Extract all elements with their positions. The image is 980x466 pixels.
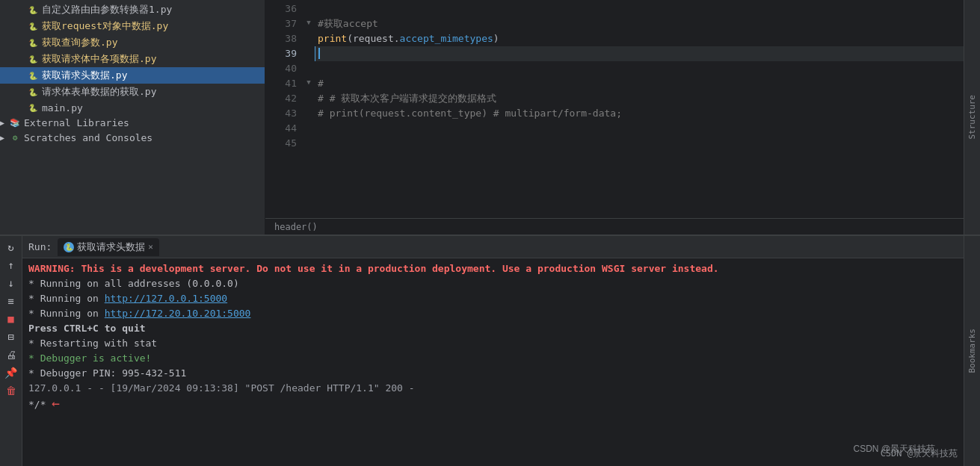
code-line-37: #获取accept	[315, 16, 964, 31]
sidebar-item-scratches[interactable]: ▶ ⚙ Scratches and Consoles	[0, 130, 265, 145]
output-line-3: * Running on http://127.0.0.1:5000	[28, 291, 958, 306]
py-file-icon: 🐍	[27, 86, 39, 98]
line-numbers: 36 37 38 39 40 41 42 43 44 45	[265, 0, 303, 218]
code-line-43: # print(request.content_type) # multipar…	[315, 106, 964, 121]
py-file-icon-active: 🐍	[27, 69, 39, 81]
pin-button[interactable]: 📌	[3, 364, 19, 381]
stop-button[interactable]: ■	[3, 311, 19, 327]
code-line-42: # # 获取本次客户端请求提交的数据格式	[315, 91, 964, 106]
py-file-icon: 🐍	[27, 20, 39, 32]
top-area: 🐍 自定义路由由参数转换器1.py 🐍 获取request对象中数据.py 🐍 …	[0, 0, 980, 234]
output-line-9: 127.0.0.1 - - [19/Mar/2024 09:13:38] "PO…	[28, 381, 958, 396]
code-line-44	[315, 121, 964, 136]
sidebar-item-label: main.py	[42, 102, 83, 114]
watermark-text: CSDN @景天科技苑	[853, 444, 935, 454]
sidebar-item-file1[interactable]: 🐍 自定义路由由参数转换器1.py	[0, 1, 265, 18]
right-side-tabs: Structure	[964, 0, 980, 234]
console-output: WARNING: This is a development server. D…	[22, 258, 964, 466]
run-tab-icon: 🐍	[64, 242, 74, 252]
output-line-8: * Debugger PIN: 995-432-511	[28, 366, 958, 381]
run-main: Run: 🐍 获取请求头数据 ✕ WARNING: This is a deve…	[22, 236, 964, 466]
run-label: Run:	[28, 241, 52, 252]
code-line-40	[315, 61, 964, 76]
scroll-down-button[interactable]: ↓	[3, 275, 19, 291]
sidebar-item-file2[interactable]: 🐍 获取request对象中数据.py	[0, 18, 265, 34]
structure-tab[interactable]: Structure	[965, 89, 979, 146]
sidebar-item-main[interactable]: 🐍 main.py	[0, 100, 265, 115]
wrap-button[interactable]: ≡	[3, 293, 19, 309]
sidebar-item-label: 获取请求体中各项数据.py	[42, 52, 156, 66]
code-line-36	[315, 1, 964, 16]
sidebar-item-file6[interactable]: 🐍 请求体表单数据的获取.py	[0, 84, 265, 100]
py-file-icon: 🐍	[27, 102, 39, 114]
scroll-up-button[interactable]: ↑	[3, 257, 19, 273]
sidebar-item-label: External Libraries	[24, 117, 129, 128]
sidebar-item-file4[interactable]: 🐍 获取请求体中各项数据.py	[0, 51, 265, 67]
sidebar-item-label: 请求体表单数据的获取.py	[42, 85, 156, 99]
sidebar: 🐍 自定义路由由参数转换器1.py 🐍 获取request对象中数据.py 🐍 …	[0, 0, 265, 234]
breadcrumb: header()	[274, 222, 318, 232]
chevron-right-icon: ▶	[0, 119, 9, 127]
close-tab-button[interactable]: ✕	[148, 242, 153, 252]
code-line-45	[315, 136, 964, 151]
editor-area: 36 37 38 39 40 41 42 43 44 45 ▼ ▼	[265, 0, 964, 234]
output-line-4: * Running on http://172.20.10.201:5000	[28, 306, 958, 321]
rerun-button[interactable]: ↻	[3, 239, 19, 255]
output-line-7: * Debugger is active!	[28, 351, 958, 366]
code-lines[interactable]: #获取accept print(request.accept_mimetypes…	[315, 0, 964, 218]
run-toolbar: ↻ ↑ ↓ ≡ ■ ⊟ 🖨 📌 🗑	[0, 236, 22, 466]
print-button[interactable]: 🖨	[3, 347, 19, 363]
format-button[interactable]: ⊟	[3, 329, 19, 345]
sidebar-item-file3[interactable]: 🐍 获取查询参数.py	[0, 34, 265, 51]
right-panel-tabs: Bookmarks CSDN @景天科技苑	[964, 236, 980, 466]
py-file-icon: 🐍	[27, 4, 39, 16]
run-panel: ↻ ↑ ↓ ≡ ■ ⊟ 🖨 📌 🗑 Run: 🐍 获取请求头数据 ✕ WARNI…	[0, 234, 980, 466]
chevron-right-icon: ▶	[0, 134, 9, 142]
sidebar-item-label: Scratches and Consoles	[24, 132, 152, 143]
scratch-icon: ⚙	[9, 131, 21, 143]
output-line-5: Press CTRL+C to quit	[28, 321, 958, 336]
output-line-10: */* ←	[28, 396, 958, 412]
run-tabs-bar: Run: 🐍 获取请求头数据 ✕	[22, 236, 964, 258]
sidebar-item-ext-lib[interactable]: ▶ 📚 External Libraries	[0, 115, 265, 130]
watermark-overlay: CSDN @景天科技苑	[853, 443, 935, 456]
output-line-6: * Restarting with stat	[28, 336, 958, 351]
output-line-2: * Running on all addresses (0.0.0.0)	[28, 276, 958, 291]
code-line-41: #	[315, 76, 964, 91]
py-file-icon: 🐍	[27, 53, 39, 65]
sidebar-item-label: 自定义路由由参数转换器1.py	[42, 3, 172, 16]
code-content: 36 37 38 39 40 41 42 43 44 45 ▼ ▼	[265, 0, 964, 218]
output-line-1: WARNING: This is a development server. D…	[28, 261, 958, 276]
sidebar-item-file5[interactable]: 🐍 获取请求头数据.py	[0, 67, 265, 84]
fold-gutter: ▼ ▼	[303, 0, 315, 218]
code-line-39[interactable]	[315, 46, 964, 61]
lib-icon: 📚	[9, 116, 21, 128]
code-line-38: print(request.accept_mimetypes)	[315, 31, 964, 46]
bookmarks-tab[interactable]: Bookmarks	[965, 323, 979, 379]
breadcrumb-bar: header()	[265, 218, 964, 234]
run-tab[interactable]: 🐍 获取请求头数据 ✕	[58, 238, 159, 256]
sidebar-item-label: 获取请求头数据.py	[42, 69, 127, 82]
sidebar-item-label: 获取request对象中数据.py	[42, 19, 168, 33]
sidebar-item-label: 获取查询参数.py	[42, 36, 117, 49]
delete-button[interactable]: 🗑	[3, 382, 19, 399]
run-tab-name: 获取请求头数据	[77, 240, 145, 254]
py-file-icon: 🐍	[27, 37, 39, 49]
